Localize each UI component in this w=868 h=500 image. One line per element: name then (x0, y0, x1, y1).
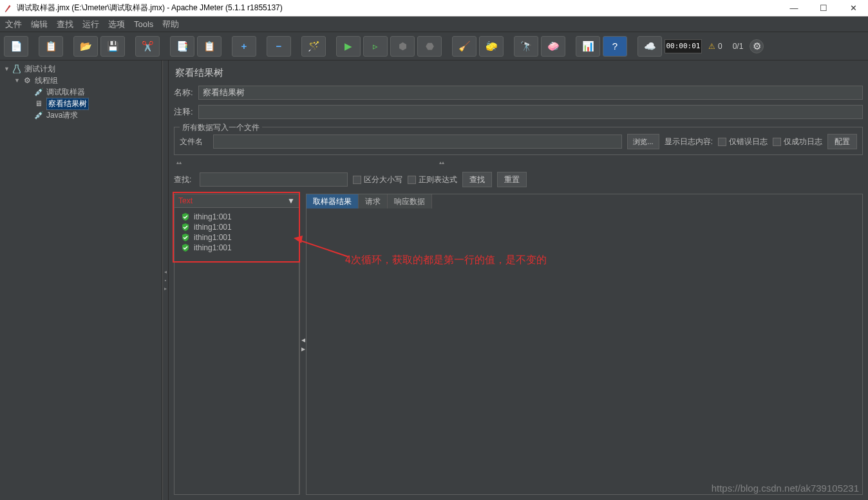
monitor-icon: 🖥 (33, 98, 44, 109)
tree-results-tree[interactable]: 🖥 察看结果树 (0, 98, 162, 109)
wand-button[interactable]: 🪄 (301, 36, 326, 57)
menu-options[interactable]: 选项 (108, 19, 125, 30)
menu-tools[interactable]: Tools (134, 19, 153, 29)
cut-button[interactable]: ✂️ (135, 36, 160, 57)
timer-display: 00:00:01 (665, 39, 702, 53)
renderer-dropdown[interactable]: Text ▼ (174, 194, 299, 208)
start-button[interactable]: ▶ (336, 36, 361, 57)
start-notimer-button[interactable]: ▹ (363, 36, 388, 57)
log-label: 显示日志内容: (665, 136, 713, 147)
clear-all-button[interactable]: 🧽 (479, 36, 504, 57)
config-button[interactable]: 配置 (827, 134, 857, 149)
annotation-arrow (294, 234, 352, 260)
browse-button[interactable]: 浏览... (627, 134, 659, 149)
menu-edit[interactable]: 编辑 (31, 19, 48, 30)
gear-icon: ⚙ (22, 75, 32, 86)
cloud-button[interactable]: ☁️ (637, 36, 662, 57)
chevron-down-icon: ▼ (287, 196, 295, 205)
remove-button[interactable]: − (267, 36, 291, 57)
shutdown-button[interactable]: ⬣ (417, 36, 442, 57)
regex-checkbox[interactable]: 正则表达式 (408, 174, 457, 185)
window-title: 调试取样器.jmx (E:\Jmeter\调试取样器.jmx) - Apache… (17, 3, 779, 14)
dropper-icon: 💉 (33, 110, 44, 120)
content-panel: 察看结果树 名称: 注释: 所有数据写入一个文件 文件名 浏览... 显示日志内… (169, 60, 868, 500)
function-helper-button[interactable]: 📊 (576, 36, 600, 57)
save-button[interactable]: 💾 (100, 36, 125, 57)
case-checkbox[interactable]: 区分大小写 (353, 174, 402, 185)
tab-content: 4次循环，获取的都是第一行的值，是不变的 (307, 208, 862, 494)
comment-label: 注释: (174, 106, 194, 118)
menu-search[interactable]: 查找 (57, 19, 73, 30)
result-item[interactable]: ithing1:001 (176, 222, 297, 232)
titlebar: 调试取样器.jmx (E:\Jmeter\调试取样器.jmx) - Apache… (0, 0, 868, 17)
result-tabs: 取样器结果 请求 响应数据 (307, 194, 862, 208)
search-input[interactable] (200, 172, 348, 187)
watermark: https://blog.csdn.net/ak739105231 (712, 483, 859, 494)
search-button[interactable]: 查找 (462, 172, 492, 187)
comment-input[interactable] (198, 105, 863, 119)
panel-title: 察看结果树 (174, 63, 863, 84)
window-buttons: — ☐ ✕ (779, 0, 868, 17)
thread-count: 0/1 (733, 42, 744, 51)
find-button[interactable]: 🔭 (514, 36, 538, 57)
success-only-checkbox[interactable]: 仅成功日志 (773, 136, 822, 147)
tab-response[interactable]: 响应数据 (388, 194, 432, 208)
svg-line-0 (297, 239, 348, 257)
tree-java-request[interactable]: 💉 Java请求 (0, 109, 162, 121)
annotation-text: 4次循环，获取的都是第一行的值，是不变的 (345, 254, 547, 267)
tab-sampler-result[interactable]: 取样器结果 (307, 194, 359, 208)
help-button[interactable]: ? (603, 36, 627, 57)
search-label: 查找: (174, 174, 194, 185)
close-button[interactable]: ✕ (838, 0, 868, 17)
filename-label: 文件名 (180, 136, 208, 147)
result-item[interactable]: ithing1:001 (176, 243, 297, 253)
name-input[interactable] (198, 86, 863, 100)
toolbar: 📄 📋 📂 💾 ✂️ 📑 📋 + − 🪄 ▶ ▹ ⬢ ⬣ 🧹 🧽 🔭 🧼 📊 ?… (0, 32, 868, 60)
minimize-button[interactable]: — (779, 0, 809, 17)
results-list[interactable]: ithing1:001ithing1:001ithing1:001ithing1… (174, 208, 299, 495)
copy-button[interactable]: 📑 (170, 36, 194, 57)
result-item[interactable]: ithing1:001 (176, 232, 297, 243)
tree-thread-group[interactable]: ▼ ⚙ 线程组 (0, 75, 162, 86)
menu-run[interactable]: 运行 (82, 19, 99, 30)
file-fieldset: 所有数据写入一个文件 文件名 浏览... 显示日志内容: 仅错误日志 仅成功日志… (174, 127, 863, 155)
svg-marker-1 (294, 236, 303, 243)
maximize-button[interactable]: ☐ (809, 0, 838, 17)
collapse-bar[interactable]: ▴▴▴▴ (174, 159, 863, 165)
tree-root[interactable]: ▼ 测试计划 (0, 63, 162, 75)
reset-search-button[interactable]: 🧼 (541, 36, 565, 57)
app-icon (4, 4, 13, 13)
open-button[interactable]: 📂 (73, 36, 98, 57)
tree-debug-sampler[interactable]: 💉 调试取样器 (0, 86, 162, 98)
error-only-checkbox[interactable]: 仅错误日志 (718, 136, 768, 147)
fieldset-legend: 所有数据写入一个文件 (180, 122, 262, 133)
name-label: 名称: (174, 87, 194, 98)
menu-help[interactable]: 帮助 (162, 19, 179, 30)
stop-button[interactable]: ⬢ (390, 36, 415, 57)
flask-icon (12, 64, 22, 74)
menu-file[interactable]: 文件 (5, 19, 22, 30)
test-plan-tree: ▼ 测试计划 ▼ ⚙ 线程组 💉 调试取样器 🖥 察看结果树 💉 Java请求 (0, 60, 162, 500)
vertical-splitter[interactable]: ◂•▸ (162, 60, 169, 500)
clear-button[interactable]: 🧹 (452, 36, 476, 57)
warning-count: ⚠0 (708, 42, 722, 51)
result-item[interactable]: ithing1:001 (176, 212, 297, 222)
filename-input[interactable] (213, 134, 622, 149)
dropper-icon: 💉 (33, 87, 44, 97)
reset-button[interactable]: 重置 (497, 172, 527, 187)
gear-button[interactable]: ⚙ (750, 39, 764, 53)
paste-button[interactable]: 📋 (197, 36, 222, 57)
add-button[interactable]: + (232, 36, 256, 57)
new-button[interactable]: 📄 (4, 36, 28, 57)
tab-request[interactable]: 请求 (359, 194, 388, 208)
templates-button[interactable]: 📋 (39, 36, 63, 57)
menubar: 文件 编辑 查找 运行 选项 Tools 帮助 (0, 17, 868, 32)
